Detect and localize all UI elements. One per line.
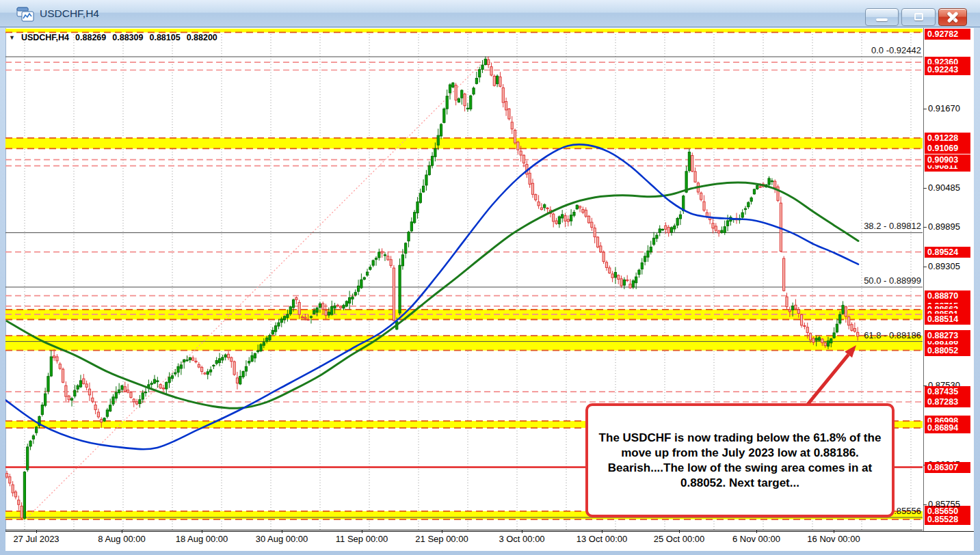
date-label: 30 Aug 00:00 xyxy=(244,534,319,544)
price-label-0.87283: 0.87283 xyxy=(925,396,970,407)
titlebar[interactable]: USDCHF,H4 xyxy=(0,0,980,27)
time-tick xyxy=(282,530,282,533)
close-button[interactable] xyxy=(938,8,967,26)
ohlc-header: ▼ USDCHF,H4 0.88269 0.88309 0.88105 0.88… xyxy=(9,33,217,42)
ohlc-high: 0.88309 xyxy=(112,33,143,42)
price-label-0.92243: 0.92243 xyxy=(925,64,970,75)
time-tick xyxy=(679,530,680,533)
date-label: 27 Jul 2023 xyxy=(0,534,74,544)
price-label-0.90903: 0.90903 xyxy=(925,154,970,165)
price-label-0.89895: 0.89895 xyxy=(928,221,960,232)
time-tick xyxy=(202,530,202,533)
price-label-0.90485: 0.90485 xyxy=(928,182,960,193)
price-label-0.88052: 0.88052 xyxy=(925,345,970,356)
date-label: 8 Aug 00:00 xyxy=(84,534,159,544)
annotation-box[interactable]: The USDCHF is now trading below the 61.8… xyxy=(585,403,895,517)
time-axis[interactable]: 27 Jul 20238 Aug 00:0018 Aug 00:0030 Aug… xyxy=(5,532,974,551)
price-tick xyxy=(923,504,927,505)
ohlc-open: 0.88269 xyxy=(75,33,106,42)
price-tick xyxy=(923,227,927,228)
price-label-0.86894: 0.86894 xyxy=(925,422,970,433)
date-label: 18 Aug 00:00 xyxy=(164,534,239,544)
time-tick xyxy=(122,530,122,533)
date-label: 13 Oct 00:00 xyxy=(564,534,639,544)
date-label: 6 Nov 00:00 xyxy=(719,534,794,544)
maximize-icon xyxy=(914,13,923,21)
price-label-0.88273: 0.88273 xyxy=(925,330,970,341)
price-label-0.91228: 0.91228 xyxy=(925,133,970,144)
ohlc-symbol: USDCHF,H4 xyxy=(21,33,69,42)
ohlc-close: 0.88200 xyxy=(187,33,217,42)
price-label-0.86307: 0.86307 xyxy=(925,462,970,473)
price-label-0.88870: 0.88870 xyxy=(925,290,970,301)
date-label: 25 Oct 00:00 xyxy=(641,534,717,544)
ohlc-low: 0.88105 xyxy=(149,33,180,42)
price-label-0.92782: 0.92782 xyxy=(925,29,970,40)
time-tick xyxy=(442,530,442,533)
price-label-0.89524: 0.89524 xyxy=(925,247,970,258)
price-tick xyxy=(923,109,927,109)
chevron-down-icon[interactable]: ▼ xyxy=(9,34,15,41)
price-tick xyxy=(923,188,927,189)
time-tick xyxy=(522,530,522,533)
price-label-0.85755: 0.85755 xyxy=(928,499,960,510)
date-label: 21 Sep 00:00 xyxy=(404,534,479,544)
time-tick xyxy=(602,530,602,533)
date-label: 3 Oct 00:00 xyxy=(484,534,559,544)
price-label-0.91069: 0.91069 xyxy=(925,143,970,154)
close-icon xyxy=(939,9,966,25)
minimize-icon xyxy=(876,18,888,21)
chart-icon xyxy=(16,6,34,25)
price-label-0.91670: 0.91670 xyxy=(928,103,960,114)
time-tick xyxy=(756,530,757,533)
price-axis[interactable]: 0.927820.923600.922430.916700.912280.910… xyxy=(923,0,974,555)
time-tick xyxy=(36,530,37,533)
annotation-text: The USDCHF is now trading below the 61.8… xyxy=(595,431,885,491)
time-tick xyxy=(362,530,362,533)
date-label: 16 Nov 00:00 xyxy=(796,534,871,544)
price-label-0.85528: 0.85528 xyxy=(925,514,970,525)
price-label-0.88514: 0.88514 xyxy=(925,314,970,325)
minimize-button[interactable] xyxy=(865,8,899,26)
price-label-0.89305: 0.89305 xyxy=(928,261,960,272)
price-label-0.87435: 0.87435 xyxy=(925,386,970,397)
maximize-button[interactable] xyxy=(901,8,936,26)
date-label: 11 Sep 00:00 xyxy=(324,534,399,544)
time-tick xyxy=(834,530,834,533)
window-title: USDCHF,H4 xyxy=(40,0,99,27)
price-tick xyxy=(923,267,927,267)
